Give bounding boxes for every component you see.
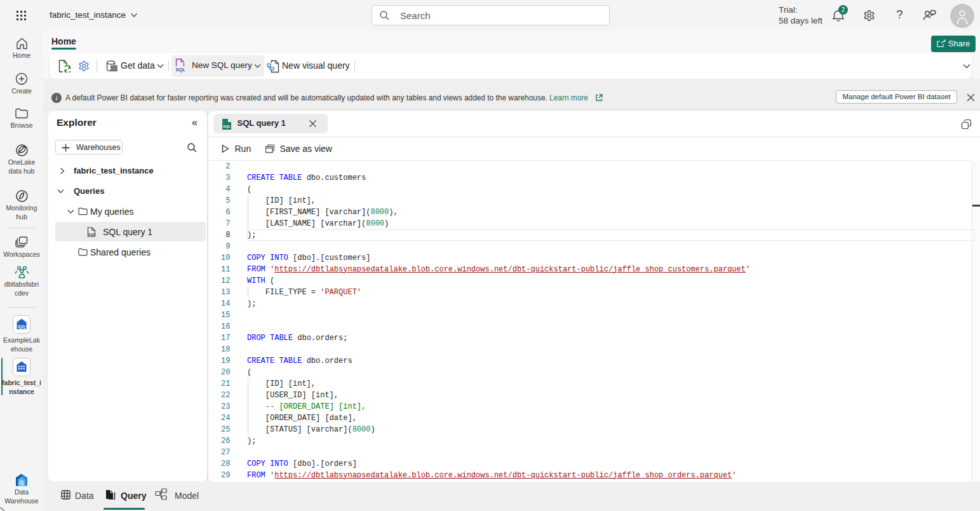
svg-text:SQL: SQL	[223, 125, 231, 128]
svg-text:i: i	[55, 94, 57, 102]
svg-text:SQL: SQL	[88, 233, 96, 236]
svg-text:SQL: SQL	[176, 67, 186, 72]
